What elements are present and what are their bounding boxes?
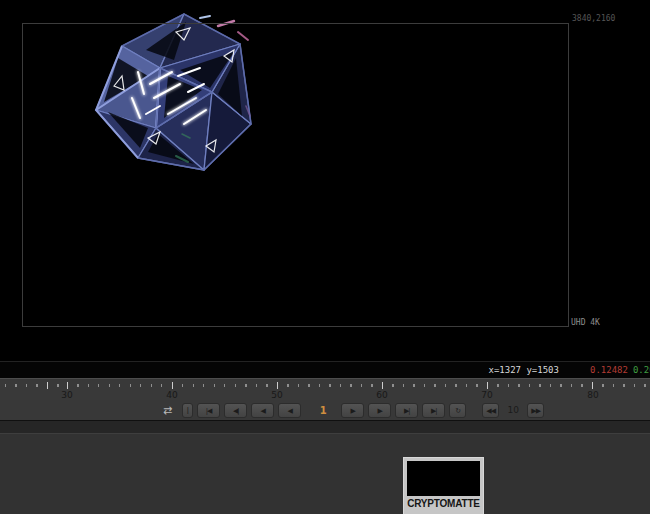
last-frame-button[interactable]: ▶| <box>422 403 445 418</box>
next-keyframe-button[interactable]: ▶| <box>395 403 418 418</box>
format-rectangle <box>22 23 569 327</box>
ruler-label: 70 <box>481 390 492 400</box>
pixel-coordinates: x=1327 y=1503 <box>489 365 559 375</box>
frame-range-sync-icon[interactable]: ⇄ <box>163 405 172 416</box>
viewer-status-bar: x=1327 y=1503 0.12482 0.205 <box>0 361 650 378</box>
play-backward-button[interactable]: ◀ <box>278 403 301 418</box>
step-forward-button[interactable]: ▶ <box>368 403 391 418</box>
resolution-label: 3840,2160 <box>572 14 615 23</box>
cryptomatte-node[interactable]: CRYPTOMATTE <box>403 457 484 514</box>
ruler-label: 30 <box>61 390 72 400</box>
frame-increment-button[interactable]: ▶▶ <box>527 403 544 418</box>
ruler-label: 40 <box>166 390 177 400</box>
node-label: CRYPTOMATTE <box>407 498 480 509</box>
format-name-label: UHD 4K <box>571 318 600 327</box>
loop-mode-button[interactable]: ↻ <box>449 403 466 418</box>
ruler-major-ticks <box>0 382 650 389</box>
panel-divider <box>0 420 650 434</box>
ruler-label: 60 <box>376 390 387 400</box>
ruler-label: 80 <box>587 390 598 400</box>
frame-increment-field[interactable]: 10 <box>503 405 523 415</box>
green-channel-value: 0.205 <box>633 365 650 375</box>
viewer-panel[interactable]: 3840,2160 UHD 4K <box>0 0 650 361</box>
node-graph-panel[interactable]: CRYPTOMATTE <box>0 434 650 514</box>
frame-decrement-button[interactable]: ◀◀ <box>482 403 499 418</box>
node-thumbnail <box>407 461 480 496</box>
play-forward-button[interactable]: ▶ <box>341 403 364 418</box>
timeline-ruler[interactable]: 30 40 50 60 70 80 <box>0 378 650 400</box>
current-frame-field[interactable]: 1 <box>311 405 335 416</box>
playhead-marker-button[interactable]: | <box>182 403 193 418</box>
ruler-label: 50 <box>271 390 282 400</box>
prev-keyframe-button[interactable]: ◀| <box>224 403 247 418</box>
step-back-button[interactable]: ◀ <box>251 403 274 418</box>
red-channel-value: 0.12482 <box>590 365 628 375</box>
transport-controls: ⇄ | |◀ ◀| ◀ ◀ 1 ▶ ▶ ▶| ▶| ↻ ◀◀ 10 ▶▶ <box>0 400 650 420</box>
first-frame-button[interactable]: |◀ <box>197 403 220 418</box>
